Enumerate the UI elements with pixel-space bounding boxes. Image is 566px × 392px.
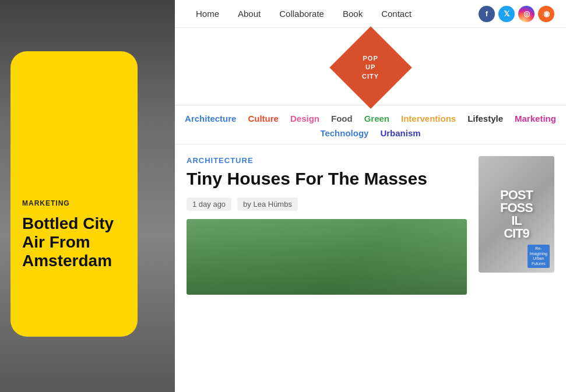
cat-technology[interactable]: Technology [320, 128, 368, 138]
left-panel: MARKETING Bottled City Air From Amsterda… [0, 0, 175, 392]
cat-food[interactable]: Food [331, 114, 353, 123]
article-tag: ARCHITECTURE [187, 156, 467, 165]
logo-area: POPUPCITY [175, 28, 566, 105]
article-thumbnail [187, 219, 467, 295]
cat-architecture[interactable]: Architecture [185, 114, 236, 123]
post-fossil-badge: Re-ImaginingUrbanFutures [528, 245, 550, 268]
nav-about[interactable]: About [228, 0, 270, 28]
twitter-icon[interactable]: 𝕏 [498, 6, 515, 22]
instagram-icon[interactable]: ◎ [518, 6, 535, 22]
cat-interventions[interactable]: Interventions [401, 114, 456, 123]
main-content: ARCHITECTURE Tiny Houses For The Masses … [175, 144, 566, 392]
nav-collaborate[interactable]: Collaborate [270, 0, 333, 28]
article-sidebar: POSTFOSSILCIT9 Re-ImaginingUrbanFutures [479, 156, 554, 392]
social-icons: f 𝕏 ◎ ◉ [479, 6, 554, 22]
article-time: 1 day ago [187, 197, 231, 211]
facebook-icon[interactable]: f [479, 6, 495, 22]
cat-lifestyle[interactable]: Lifestyle [467, 114, 503, 123]
card-title: Bottled City Air From Amsterdam [22, 214, 126, 271]
site-logo[interactable]: POPUPCITY [329, 26, 412, 108]
cat-urbanism[interactable]: Urbanism [380, 128, 420, 138]
right-panel: Home About Collaborate Book Contact f 𝕏 … [175, 0, 566, 392]
article-meta: 1 day ago by Lea Hümbs [187, 197, 467, 211]
thumbnail-bg [187, 219, 467, 295]
featured-image-card[interactable]: POSTFOSSILCIT9 Re-ImaginingUrbanFutures [479, 156, 554, 273]
article-title[interactable]: Tiny Houses For The Masses [187, 168, 467, 189]
article-main: ARCHITECTURE Tiny Houses For The Masses … [187, 156, 467, 392]
featured-card[interactable]: MARKETING Bottled City Air From Amsterda… [10, 51, 138, 337]
cat-design[interactable]: Design [290, 114, 319, 123]
nav-home[interactable]: Home [187, 0, 228, 28]
card-category: MARKETING [22, 199, 126, 207]
article-author: by Lea Hümbs [237, 197, 298, 211]
cat-culture[interactable]: Culture [248, 114, 279, 123]
top-nav: Home About Collaborate Book Contact f 𝕏 … [175, 0, 566, 28]
cat-green[interactable]: Green [364, 114, 389, 123]
rss-icon[interactable]: ◉ [538, 6, 554, 22]
category-nav: Architecture Culture Design Food Green I… [175, 105, 566, 144]
post-fossil-text: POSTFOSSILCIT9 [500, 189, 533, 240]
nav-contact[interactable]: Contact [372, 0, 421, 28]
cat-marketing[interactable]: Marketing [515, 114, 556, 123]
logo-text: POPUPCITY [362, 54, 379, 81]
nav-book[interactable]: Book [333, 0, 372, 28]
